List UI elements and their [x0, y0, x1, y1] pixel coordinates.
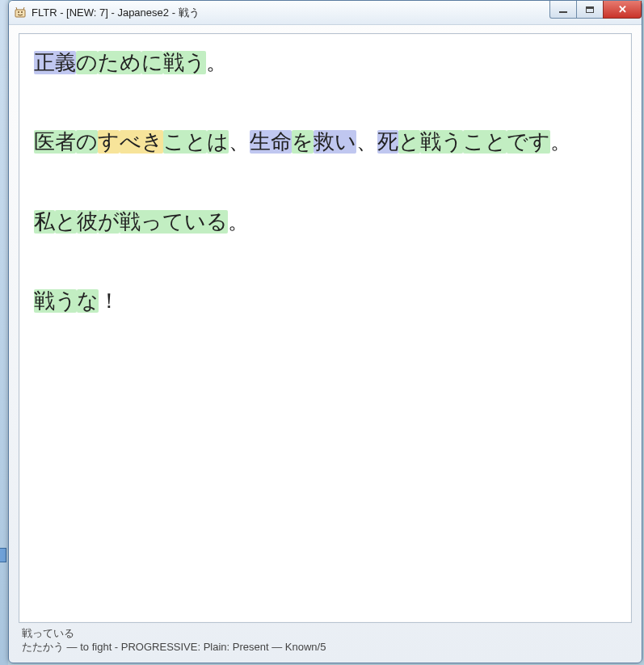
close-button[interactable]: ✕ [603, 1, 642, 19]
token[interactable]: 。 [206, 51, 227, 74]
token[interactable]: 彼 [77, 210, 98, 234]
token[interactable]: 戦う [163, 51, 206, 74]
token[interactable]: す [98, 130, 120, 154]
token[interactable]: こと [463, 130, 507, 154]
token[interactable]: ！ [99, 289, 120, 313]
sentence: 医者のすべきことは、生命を救い、死と戦うことです。 [34, 126, 617, 158]
window-title: FLTR - [NEW: 7] - Japanese2 - 戦う [32, 6, 200, 20]
svg-rect-0 [15, 10, 25, 17]
token[interactable]: ため [98, 51, 141, 74]
svg-point-2 [21, 11, 23, 13]
token[interactable]: を [292, 130, 314, 154]
token[interactable]: べき [120, 130, 163, 154]
window-controls: ✕ [550, 1, 642, 19]
token[interactable]: 戦う [34, 289, 77, 313]
status-definition: たたかう — to fight - PROGRESSIVE: Plain: Pr… [22, 640, 629, 654]
desktop-notch [0, 548, 6, 562]
sentence: 正義のために戦う。 [34, 47, 617, 79]
maximize-button[interactable] [576, 1, 604, 19]
titlebar[interactable]: FLTR - [NEW: 7] - Japanese2 - 戦う ✕ [9, 1, 642, 25]
token[interactable]: こと [163, 130, 207, 154]
desktop-strip [0, 0, 8, 665]
token[interactable]: 、 [229, 130, 250, 154]
token[interactable]: 。 [228, 210, 249, 234]
minimize-button[interactable] [549, 1, 577, 19]
client-area: 正義のために戦う。医者のすべきことは、生命を救い、死と戦うことです。私と彼が戦っ… [9, 25, 642, 663]
token[interactable]: 正義 [34, 51, 76, 74]
token[interactable]: の [76, 130, 98, 154]
token[interactable]: 死 [377, 130, 398, 154]
token[interactable]: が [98, 210, 120, 234]
token[interactable]: 私 [34, 210, 55, 234]
token[interactable]: 戦っている [120, 210, 228, 234]
reading-area[interactable]: 正義のために戦う。医者のすべきことは、生命を救い、死と戦うことです。私と彼が戦っ… [19, 33, 632, 623]
token[interactable]: 生命 [250, 130, 292, 154]
token[interactable]: 、 [356, 130, 377, 154]
token[interactable]: 戦う [420, 130, 463, 154]
svg-point-1 [18, 11, 19, 13]
app-icon [14, 6, 27, 19]
token[interactable]: です [507, 130, 550, 154]
token[interactable]: 救い [314, 130, 356, 154]
sentence: 戦うな！ [34, 285, 617, 318]
status-bar: 戦っている たたかう — to fight - PROGRESSIVE: Pla… [19, 623, 632, 659]
token[interactable]: は [207, 130, 229, 154]
sentence: 私と彼が戦っている。 [34, 206, 617, 238]
token[interactable]: の [76, 51, 98, 74]
token[interactable]: と [55, 210, 77, 234]
token[interactable]: と [398, 130, 420, 154]
token[interactable]: な [77, 289, 99, 313]
app-window: FLTR - [NEW: 7] - Japanese2 - 戦う ✕ 正義のため… [8, 0, 642, 663]
token[interactable]: に [141, 51, 163, 74]
status-term: 戦っている [22, 626, 629, 641]
token[interactable]: 医者 [34, 130, 76, 154]
token[interactable]: 。 [550, 130, 571, 154]
